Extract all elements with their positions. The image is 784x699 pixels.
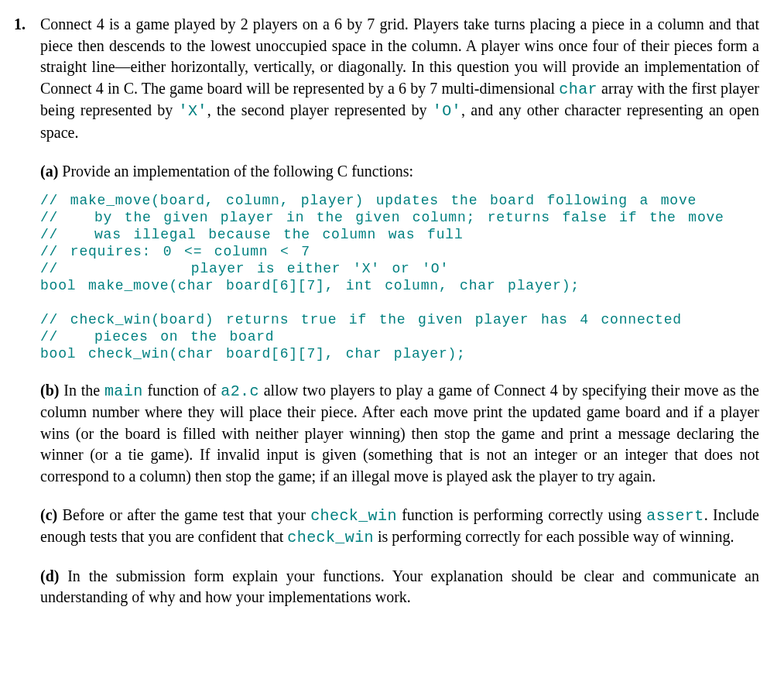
- part-c: (c) Before or after the game test that y…: [40, 505, 759, 549]
- code-block: // make_move(board, column, player) upda…: [40, 193, 759, 363]
- code-checkwin-1: check_win: [310, 507, 397, 525]
- part-d-text: In the submission form explain your func…: [40, 567, 759, 606]
- code-o: 'O': [433, 102, 461, 120]
- part-c-t2: function is performing correctly using: [397, 506, 646, 523]
- question-number: 1.: [14, 14, 40, 36]
- part-b-label: (b): [40, 382, 59, 399]
- part-c-t4: is performing correctly for each possibl…: [374, 528, 734, 545]
- part-c-label: (c): [40, 506, 57, 523]
- intro-paragraph: Connect 4 is a game played by 2 players …: [40, 14, 759, 144]
- part-c-t1: Before or after the game test that your: [57, 506, 310, 523]
- code-x: 'X': [179, 102, 207, 120]
- intro-text-3: , the second player represented by: [207, 101, 433, 118]
- part-b-t2: function of: [143, 382, 221, 399]
- code-char: char: [559, 81, 597, 98]
- code-a2c: a2.c: [221, 382, 259, 400]
- code-assert: assert: [646, 507, 704, 525]
- part-b-t1: In the: [59, 382, 104, 399]
- code-checkwin-2: check_win: [287, 529, 374, 547]
- part-a-text: Provide an implementation of the followi…: [58, 163, 413, 180]
- part-d: (d) In the submission form explain your …: [40, 566, 759, 608]
- question-body: Connect 4 is a game played by 2 players …: [40, 14, 759, 608]
- part-d-label: (d): [40, 567, 59, 584]
- part-a-label: (a): [40, 163, 58, 180]
- code-main: main: [104, 382, 143, 400]
- part-b: (b) In the main function of a2.c allow t…: [40, 380, 759, 488]
- part-a: (a) Provide an implementation of the fol…: [40, 161, 759, 183]
- question-1: 1. Connect 4 is a game played by 2 playe…: [14, 14, 759, 608]
